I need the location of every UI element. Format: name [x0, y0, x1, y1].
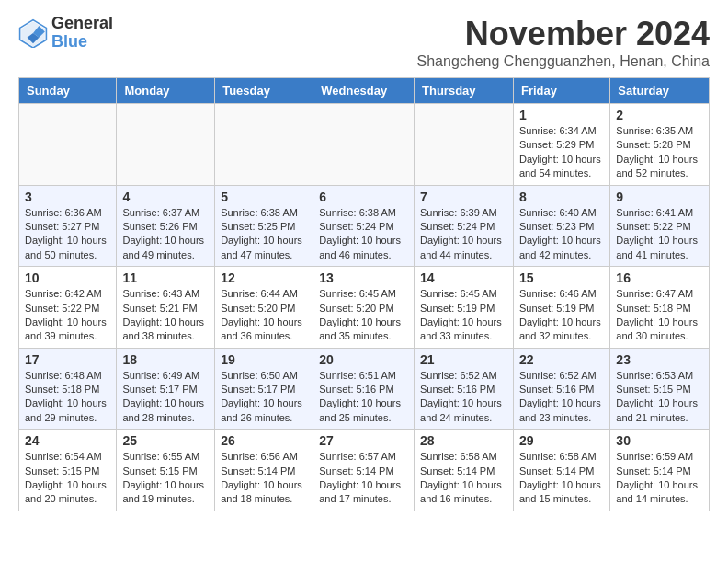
page-container: General Blue November 2024 Shangcheng Ch… [0, 0, 728, 526]
calendar-day-cell: 18Sunrise: 6:49 AM Sunset: 5:17 PM Dayli… [117, 348, 215, 430]
day-info: Sunrise: 6:54 AM Sunset: 5:15 PM Dayligh… [25, 451, 107, 504]
calendar-day-cell: 6Sunrise: 6:38 AM Sunset: 5:24 PM Daylig… [313, 185, 415, 267]
calendar-day-cell: 21Sunrise: 6:52 AM Sunset: 5:16 PM Dayli… [415, 348, 514, 430]
header: General Blue November 2024 Shangcheng Ch… [18, 15, 710, 70]
calendar-day-cell [415, 104, 514, 186]
calendar-header-row: Sunday Monday Tuesday Wednesday Thursday… [19, 78, 710, 104]
day-info: Sunrise: 6:56 AM Sunset: 5:14 PM Dayligh… [221, 451, 302, 504]
logo-text: General Blue [51, 15, 113, 52]
calendar-body: 1Sunrise: 6:34 AM Sunset: 5:29 PM Daylig… [19, 104, 710, 511]
day-info: Sunrise: 6:52 AM Sunset: 5:16 PM Dayligh… [519, 370, 601, 423]
day-number: 3 [25, 190, 110, 204]
day-number: 24 [25, 433, 110, 448]
day-number: 5 [221, 190, 307, 204]
calendar-day-cell: 28Sunrise: 6:58 AM Sunset: 5:14 PM Dayli… [415, 430, 514, 511]
calendar-day-cell: 24Sunrise: 6:54 AM Sunset: 5:15 PM Dayli… [19, 430, 117, 511]
calendar-day-cell: 29Sunrise: 6:58 AM Sunset: 5:14 PM Dayli… [513, 430, 609, 511]
logo-blue-text: Blue [51, 33, 113, 52]
day-number: 21 [420, 352, 507, 367]
day-info: Sunrise: 6:58 AM Sunset: 5:14 PM Dayligh… [519, 451, 601, 504]
calendar-day-cell: 30Sunrise: 6:59 AM Sunset: 5:14 PM Dayli… [610, 430, 710, 511]
day-number: 28 [420, 433, 507, 448]
day-info: Sunrise: 6:48 AM Sunset: 5:18 PM Dayligh… [25, 370, 107, 423]
day-number: 23 [616, 352, 703, 367]
calendar-day-cell: 12Sunrise: 6:44 AM Sunset: 5:20 PM Dayli… [215, 267, 313, 349]
calendar-table: Sunday Monday Tuesday Wednesday Thursday… [18, 77, 710, 511]
day-number: 26 [221, 433, 307, 448]
calendar-day-cell: 23Sunrise: 6:53 AM Sunset: 5:15 PM Dayli… [610, 348, 710, 430]
calendar-day-cell: 16Sunrise: 6:47 AM Sunset: 5:18 PM Dayli… [610, 267, 710, 349]
day-number: 14 [420, 270, 507, 285]
day-number: 19 [221, 352, 307, 367]
calendar-day-cell: 4Sunrise: 6:37 AM Sunset: 5:26 PM Daylig… [117, 185, 215, 267]
day-info: Sunrise: 6:34 AM Sunset: 5:29 PM Dayligh… [519, 125, 601, 178]
col-saturday: Saturday [610, 78, 710, 104]
col-monday: Monday [117, 78, 215, 104]
calendar-day-cell: 20Sunrise: 6:51 AM Sunset: 5:16 PM Dayli… [313, 348, 415, 430]
day-number: 20 [319, 352, 408, 367]
logo: General Blue [18, 15, 113, 52]
calendar-day-cell: 17Sunrise: 6:48 AM Sunset: 5:18 PM Dayli… [19, 348, 117, 430]
day-info: Sunrise: 6:58 AM Sunset: 5:14 PM Dayligh… [420, 451, 502, 504]
calendar-week-row: 17Sunrise: 6:48 AM Sunset: 5:18 PM Dayli… [19, 348, 710, 430]
calendar-day-cell: 8Sunrise: 6:40 AM Sunset: 5:23 PM Daylig… [513, 185, 609, 267]
day-number: 13 [319, 270, 408, 285]
day-info: Sunrise: 6:35 AM Sunset: 5:28 PM Dayligh… [616, 125, 698, 178]
day-number: 4 [122, 190, 209, 204]
day-number: 12 [221, 270, 307, 285]
calendar-day-cell: 25Sunrise: 6:55 AM Sunset: 5:15 PM Dayli… [117, 430, 215, 511]
day-info: Sunrise: 6:45 AM Sunset: 5:20 PM Dayligh… [319, 288, 401, 341]
day-info: Sunrise: 6:39 AM Sunset: 5:24 PM Dayligh… [420, 207, 502, 260]
day-number: 1 [519, 108, 604, 122]
day-number: 29 [519, 433, 604, 448]
day-info: Sunrise: 6:44 AM Sunset: 5:20 PM Dayligh… [221, 288, 302, 341]
calendar-day-cell: 10Sunrise: 6:42 AM Sunset: 5:22 PM Dayli… [19, 267, 117, 349]
day-info: Sunrise: 6:38 AM Sunset: 5:24 PM Dayligh… [319, 207, 401, 260]
day-info: Sunrise: 6:43 AM Sunset: 5:21 PM Dayligh… [122, 288, 204, 341]
day-number: 22 [519, 352, 604, 367]
calendar-day-cell: 1Sunrise: 6:34 AM Sunset: 5:29 PM Daylig… [513, 104, 609, 186]
calendar-day-cell: 13Sunrise: 6:45 AM Sunset: 5:20 PM Dayli… [313, 267, 415, 349]
calendar-week-row: 1Sunrise: 6:34 AM Sunset: 5:29 PM Daylig… [19, 104, 710, 186]
calendar-day-cell: 22Sunrise: 6:52 AM Sunset: 5:16 PM Dayli… [513, 348, 609, 430]
day-info: Sunrise: 6:49 AM Sunset: 5:17 PM Dayligh… [122, 370, 204, 423]
col-wednesday: Wednesday [313, 78, 415, 104]
title-block: November 2024 Shangcheng Chengguanzhen, … [417, 15, 710, 70]
day-number: 8 [519, 190, 604, 204]
day-info: Sunrise: 6:57 AM Sunset: 5:14 PM Dayligh… [319, 451, 401, 504]
day-info: Sunrise: 6:51 AM Sunset: 5:16 PM Dayligh… [319, 370, 401, 423]
location-title: Shangcheng Chengguanzhen, Henan, China [417, 53, 710, 70]
day-number: 25 [122, 433, 209, 448]
day-number: 18 [122, 352, 209, 367]
day-number: 11 [122, 270, 209, 285]
day-info: Sunrise: 6:59 AM Sunset: 5:14 PM Dayligh… [616, 451, 698, 504]
calendar-day-cell: 14Sunrise: 6:45 AM Sunset: 5:19 PM Dayli… [415, 267, 514, 349]
day-number: 15 [519, 270, 604, 285]
day-number: 10 [25, 270, 110, 285]
day-info: Sunrise: 6:38 AM Sunset: 5:25 PM Dayligh… [221, 207, 302, 260]
day-info: Sunrise: 6:40 AM Sunset: 5:23 PM Dayligh… [519, 207, 601, 260]
calendar-day-cell: 15Sunrise: 6:46 AM Sunset: 5:19 PM Dayli… [513, 267, 609, 349]
day-number: 7 [420, 190, 507, 204]
day-info: Sunrise: 6:50 AM Sunset: 5:17 PM Dayligh… [221, 370, 302, 423]
calendar-day-cell [313, 104, 415, 186]
day-number: 6 [319, 190, 408, 204]
col-friday: Friday [513, 78, 609, 104]
month-title: November 2024 [417, 15, 710, 53]
day-info: Sunrise: 6:36 AM Sunset: 5:27 PM Dayligh… [25, 207, 107, 260]
calendar-week-row: 10Sunrise: 6:42 AM Sunset: 5:22 PM Dayli… [19, 267, 710, 349]
day-number: 16 [616, 270, 703, 285]
col-thursday: Thursday [415, 78, 514, 104]
day-info: Sunrise: 6:47 AM Sunset: 5:18 PM Dayligh… [616, 288, 698, 341]
day-number: 17 [25, 352, 110, 367]
logo-icon [18, 18, 48, 48]
col-sunday: Sunday [19, 78, 117, 104]
day-info: Sunrise: 6:55 AM Sunset: 5:15 PM Dayligh… [122, 451, 204, 504]
day-info: Sunrise: 6:41 AM Sunset: 5:22 PM Dayligh… [616, 207, 698, 260]
col-tuesday: Tuesday [215, 78, 313, 104]
calendar-day-cell: 9Sunrise: 6:41 AM Sunset: 5:22 PM Daylig… [610, 185, 710, 267]
calendar-day-cell [19, 104, 117, 186]
calendar-day-cell: 19Sunrise: 6:50 AM Sunset: 5:17 PM Dayli… [215, 348, 313, 430]
logo-general-text: General [51, 15, 113, 33]
calendar-day-cell [215, 104, 313, 186]
